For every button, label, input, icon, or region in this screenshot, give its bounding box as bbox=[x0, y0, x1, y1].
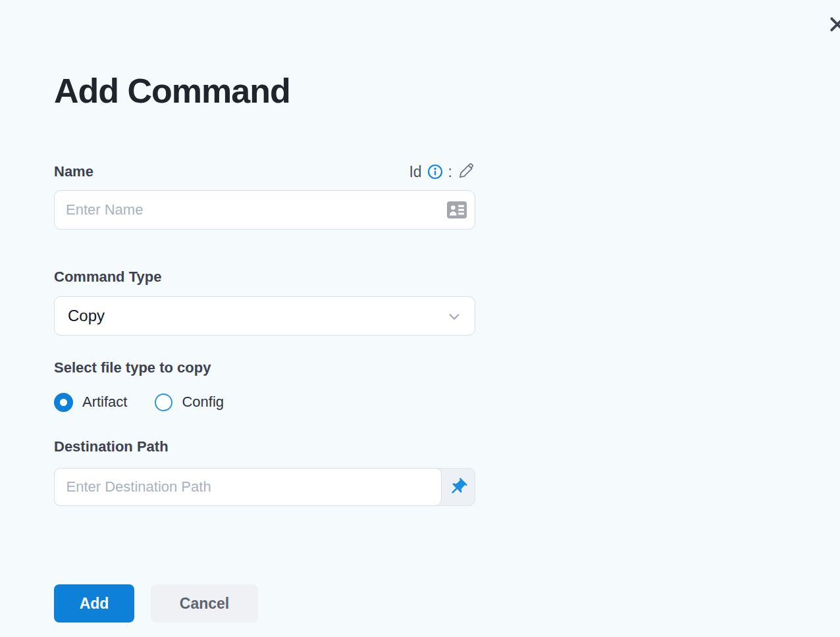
destination-path-input[interactable] bbox=[54, 468, 442, 506]
chevron-down-icon bbox=[447, 309, 461, 326]
radio-config[interactable] bbox=[155, 394, 172, 411]
name-label: Name bbox=[54, 163, 93, 180]
file-type-label: Select file type to copy bbox=[54, 359, 211, 376]
id-label: Id bbox=[409, 163, 421, 181]
destination-path-wrap bbox=[54, 468, 475, 506]
id-group: Id : bbox=[409, 162, 475, 182]
close-button[interactable] bbox=[827, 14, 840, 35]
page-title: Add Command bbox=[54, 71, 290, 111]
command-type-select[interactable]: Copy bbox=[54, 296, 475, 336]
file-type-radio-group: Artifact Config bbox=[54, 392, 224, 413]
info-icon[interactable] bbox=[427, 164, 443, 180]
radio-dot bbox=[60, 399, 67, 406]
edit-id-button[interactable] bbox=[458, 162, 475, 182]
pencil-icon bbox=[458, 162, 475, 182]
close-icon bbox=[827, 27, 840, 37]
radio-artifact-label[interactable]: Artifact bbox=[82, 394, 127, 411]
radio-config-label[interactable]: Config bbox=[182, 394, 224, 411]
command-type-value: Copy bbox=[68, 307, 105, 325]
name-field-header: Name Id : bbox=[54, 162, 475, 182]
add-command-panel: Add Command Name Id : bbox=[0, 0, 840, 637]
add-button[interactable]: Add bbox=[54, 584, 134, 623]
action-buttons: Add Cancel bbox=[54, 584, 258, 623]
id-separator: : bbox=[448, 163, 452, 181]
pin-path-button[interactable] bbox=[448, 477, 468, 497]
command-type-label: Command Type bbox=[54, 268, 161, 286]
destination-path-label: Destination Path bbox=[54, 438, 169, 455]
name-input[interactable] bbox=[54, 190, 475, 230]
radio-artifact[interactable] bbox=[54, 393, 73, 412]
cancel-button[interactable]: Cancel bbox=[151, 584, 258, 623]
name-field-wrap bbox=[54, 190, 475, 230]
pushpin-icon bbox=[448, 477, 468, 497]
